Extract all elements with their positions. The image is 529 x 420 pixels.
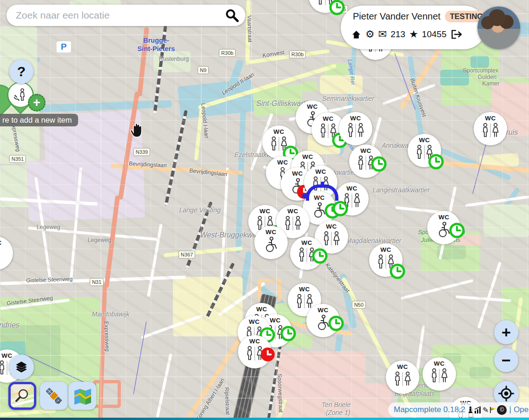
marker-label: WC xyxy=(273,129,284,135)
clock-green-badge xyxy=(390,263,405,279)
selected-highlight-arc xyxy=(306,184,338,201)
copyright-disc-icon[interactable]: © xyxy=(497,405,507,415)
hand-cursor-icon xyxy=(130,122,144,140)
marker-label: WC xyxy=(256,306,267,313)
search-bar[interactable] xyxy=(7,5,245,26)
poi-marker-toilet[interactable]: WC xyxy=(339,112,372,145)
background-satellite-button[interactable] xyxy=(40,382,68,410)
poi-marker-toilet[interactable]: WC xyxy=(369,243,403,277)
marker-label: WC xyxy=(299,286,310,293)
marker-label: WC xyxy=(323,116,334,122)
open-hours-clock-icon xyxy=(332,201,348,217)
marker-label: WC xyxy=(302,154,313,160)
attribution-bar[interactable]: Mapcomplete 0.18.2 ✎ © | OpenStreetMap xyxy=(388,402,529,417)
marker-label: WC xyxy=(434,361,445,367)
avatar[interactable] xyxy=(477,7,520,49)
open-hours-clock-icon xyxy=(449,223,465,238)
poi-marker-toilet[interactable]: WC xyxy=(306,304,340,337)
marker-label: WC xyxy=(346,185,357,192)
stats-icon xyxy=(474,407,482,413)
help-button[interactable]: ? xyxy=(9,59,33,84)
toilets-mf-icon xyxy=(345,122,366,139)
open-hours-clock-icon xyxy=(280,326,296,341)
poi-marker-toilet[interactable]: WC xyxy=(427,211,461,244)
toilets-mf-icon xyxy=(282,215,304,232)
clock-green-badge xyxy=(428,153,444,169)
wheelchair-icon xyxy=(263,236,279,253)
layers-icon xyxy=(14,360,28,374)
marker-label: WC xyxy=(315,169,326,175)
open-hours-clock-icon xyxy=(371,156,387,172)
toilet-tools-icon xyxy=(13,87,28,103)
clock-green-badge xyxy=(371,156,387,171)
marker-label: WC xyxy=(380,247,391,253)
clock-green-badge xyxy=(332,200,348,216)
marker-label: WC xyxy=(301,240,312,246)
marker-label: WC xyxy=(277,159,288,166)
clock-red-badge xyxy=(260,346,276,362)
separator: | xyxy=(509,405,511,414)
question-mark-icon: ? xyxy=(17,64,26,79)
mapcomplete-app: N9R30bR30bN376N339N351N31N367N50Brugge- … xyxy=(0,0,529,420)
search-input[interactable] xyxy=(15,9,225,21)
clock-green-badge xyxy=(328,315,344,331)
app-version[interactable]: Mapcomplete 0.18.2 xyxy=(394,405,465,414)
minus-glyph: − xyxy=(502,351,511,369)
marker-label: WC xyxy=(287,208,298,215)
changesets-star-icon[interactable]: ★ xyxy=(409,29,418,39)
marker-label: WC xyxy=(307,104,318,110)
open-hours-clock-icon xyxy=(390,263,405,279)
poi-marker-toilet[interactable]: WC xyxy=(0,236,13,270)
open-hours-clock-icon xyxy=(329,0,345,15)
poi-marker-toilet[interactable]: WC xyxy=(349,144,383,178)
layers-button[interactable] xyxy=(9,354,34,380)
toilets-mf-icon xyxy=(294,293,315,310)
osm-link[interactable]: OpenStreetMap xyxy=(514,405,529,414)
user-panel[interactable]: Pieter Vander Vennet TESTING ⚙ ✉ 213 ★ 1… xyxy=(341,6,486,49)
poi-marker-toilet[interactable]: WC xyxy=(335,182,369,216)
bottom-accent-strip xyxy=(0,418,529,420)
marker-label: WC xyxy=(270,317,281,324)
background-map-button[interactable] xyxy=(68,382,96,410)
toilets-mf-icon xyxy=(480,122,501,139)
zoom-in-button[interactable]: + xyxy=(494,320,518,344)
marker-label: WC xyxy=(419,137,430,144)
poi-marker-toilet[interactable]: WC xyxy=(254,226,288,259)
clock-green-badge xyxy=(280,325,296,341)
background-osm-button[interactable] xyxy=(8,382,36,410)
home-icon[interactable] xyxy=(351,29,362,40)
clock-green-badge xyxy=(312,248,328,263)
poi-marker-toilet[interactable]: WC xyxy=(408,134,441,167)
satellite-icon xyxy=(44,386,64,406)
map-markers-layer: WC WC WC xyxy=(0,0,529,420)
magnifier-icon xyxy=(13,387,31,405)
closed-hours-clock-icon xyxy=(260,347,276,362)
poi-marker-toilet[interactable]: WC xyxy=(238,335,271,368)
marker-label: WC xyxy=(0,240,2,246)
poi-marker-toilet[interactable]: WC xyxy=(309,0,342,13)
zoom-out-button[interactable]: − xyxy=(494,348,518,372)
add-item-tooltip: re to add a new item xyxy=(0,114,78,126)
marker-label: WC xyxy=(360,148,371,154)
marker-label: WC xyxy=(249,319,260,325)
pencil-icon: ✎ xyxy=(483,406,489,414)
marker-label: WC xyxy=(350,115,361,122)
crosshair-icon xyxy=(498,386,514,401)
clock-green-badge xyxy=(449,222,465,238)
messages-envelope-icon[interactable]: ✉ xyxy=(378,29,387,39)
poi-marker-toilet[interactable]: WC xyxy=(262,125,296,159)
search-icon[interactable] xyxy=(225,8,239,22)
poi-marker-toilet[interactable]: WC xyxy=(474,112,507,145)
poi-marker-toilet[interactable]: WC xyxy=(423,357,456,391)
marker-label: WC xyxy=(292,171,303,177)
user-name: Pieter Vander Vennet xyxy=(353,11,441,22)
settings-gear-icon[interactable]: ⚙ xyxy=(365,29,375,39)
messages-count: 213 xyxy=(390,29,405,39)
plus-glyph: + xyxy=(502,323,511,341)
poi-marker-toilet[interactable]: WC xyxy=(290,236,324,270)
logout-icon[interactable] xyxy=(450,29,462,40)
poi-marker-toilet[interactable]: WC xyxy=(386,361,419,394)
add-new-item-button[interactable]: + xyxy=(28,94,46,112)
marker-label: WC xyxy=(485,115,496,122)
toilets-mf-icon xyxy=(429,368,450,384)
